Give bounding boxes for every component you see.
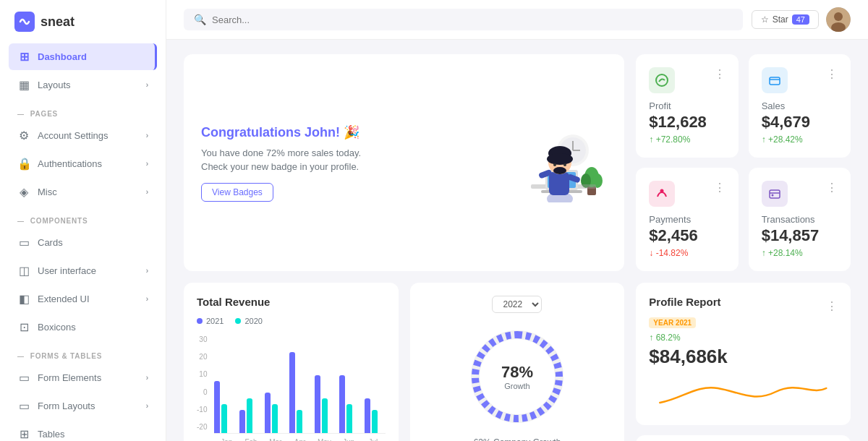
svg-point-21 — [553, 163, 556, 166]
user-avatar[interactable] — [826, 7, 851, 32]
transactions-more-icon[interactable]: ⋮ — [826, 181, 838, 194]
y-axis: 3020100-10-20 — [197, 333, 207, 434]
stat-card-payments: ⋮ Payments $2,456 ↓ -14.82% — [636, 168, 738, 271]
stat-card-transactions: ⋮ Transactions $14,857 ↑ +28.14% — [749, 168, 851, 271]
star-icon: ☆ — [761, 14, 769, 25]
header: 🔍 ☆ Star 47 — [166, 0, 868, 40]
search-icon: 🔍 — [194, 14, 206, 25]
svg-point-19 — [547, 153, 573, 165]
sparkline-svg — [649, 374, 838, 410]
sales-more-icon[interactable]: ⋮ — [826, 67, 838, 81]
payments-change: ↓ -14.82% — [649, 248, 725, 258]
transactions-label: Transactions — [762, 214, 838, 225]
star-button[interactable]: ☆ Star 47 — [752, 10, 819, 29]
sidebar-item-misc[interactable]: ◈ Misc › — [9, 179, 157, 205]
bar-group-jul — [365, 398, 386, 433]
bar-mar-2020 — [272, 404, 278, 433]
ui-icon: ◫ — [17, 264, 30, 278]
bar-group-mar — [265, 393, 286, 433]
svg-point-27 — [660, 189, 664, 193]
components-section-label: COMPONENTS — [9, 207, 157, 229]
sidebar-item-user-interface[interactable]: ◫ User interface › — [9, 257, 157, 284]
sidebar-item-cards[interactable]: ▭ Cards — [9, 229, 157, 256]
transactions-icon — [762, 181, 788, 207]
sidebar-item-layouts[interactable]: ▦ Layouts › — [9, 72, 157, 98]
sidebar-item-dashboard[interactable]: ⊞ Dashboard — [9, 43, 157, 70]
bar-apr-2021 — [289, 352, 295, 433]
congrats-title: Congratulations John! 🎉 — [201, 124, 389, 140]
chevron-right-icon: › — [146, 132, 148, 140]
stat-card-sales: ⋮ Sales $4,679 ↑ +28.42% — [749, 54, 851, 158]
bar-mar-2021 — [265, 393, 271, 433]
label-feb: Feb — [239, 438, 263, 441]
svg-point-30 — [771, 194, 773, 197]
dashboard-grid: Congratulations John! 🎉 You have done 72… — [166, 40, 868, 441]
svg-point-22 — [563, 163, 566, 166]
donut-percentage: 78% — [501, 363, 533, 382]
search-box[interactable]: 🔍 — [184, 9, 743, 30]
sidebar: sneat ⊞ Dashboard ▦ Layouts › PAGES ⚙ Ac… — [0, 0, 166, 441]
profile-more-icon[interactable]: ⋮ — [826, 299, 838, 313]
payments-icon — [649, 181, 675, 207]
bar-chart — [214, 333, 385, 434]
form-elements-icon: ▭ — [17, 371, 30, 385]
bar-jan-2021 — [214, 381, 220, 433]
sales-label: Sales — [762, 100, 838, 111]
sidebar-item-boxicons[interactable]: ⊡ Boxicons — [9, 314, 157, 341]
payments-label: Payments — [649, 214, 725, 225]
label-mar: Mar — [263, 438, 288, 441]
sidebar-item-extended-ui[interactable]: ◧ Extended UI › — [9, 286, 157, 312]
view-badges-button[interactable]: View Badges — [201, 183, 273, 202]
chevron-right-icon: › — [146, 267, 148, 275]
layouts-icon: ▦ — [17, 78, 30, 92]
extended-ui-icon: ◧ — [17, 292, 30, 306]
donut-label: 78% Growth — [501, 363, 533, 390]
lock-icon: 🔒 — [17, 157, 30, 171]
right-column: Profile Report ⋮ YEAR 2021 ↑ 68.2% $84,6… — [636, 283, 851, 441]
profit-value: $12,628 — [649, 113, 725, 132]
sales-icon — [762, 67, 788, 93]
sidebar-item-label: Boxicons — [38, 322, 76, 333]
sparkline — [649, 374, 838, 412]
revenue-title: Total Revenue — [197, 296, 386, 308]
misc-icon: ◈ — [17, 185, 30, 199]
star-count-badge: 47 — [792, 14, 809, 25]
chevron-right-icon: › — [146, 81, 148, 89]
sidebar-item-account-settings[interactable]: ⚙ Account Settings › — [9, 122, 157, 149]
label-jan: Jan — [214, 438, 239, 441]
bar-feb-2020 — [247, 398, 252, 433]
chevron-right-icon: › — [146, 295, 148, 303]
sidebar-item-tables[interactable]: ⊞ Tables — [9, 421, 157, 441]
bar-group-may — [315, 375, 336, 433]
sidebar-item-authentications[interactable]: 🔒 Authentications › — [9, 150, 157, 177]
account-settings-icon: ⚙ — [17, 129, 30, 142]
profit-icon — [649, 67, 675, 93]
chevron-right-icon: › — [146, 188, 148, 196]
profile-value: $84,686k — [649, 346, 838, 368]
sidebar-item-form-elements[interactable]: ▭ Form Elements › — [9, 364, 157, 391]
label-may: May — [312, 438, 336, 441]
year-select[interactable]: 202220212020 — [492, 296, 542, 313]
sidebar-item-label: Form Layouts — [38, 401, 95, 411]
sidebar-item-label: Dashboard — [38, 51, 87, 62]
search-input[interactable] — [212, 14, 733, 25]
sidebar-item-form-layouts[interactable]: ▭ Form Layouts › — [9, 393, 157, 419]
chevron-right-icon: › — [146, 402, 148, 410]
transactions-mini-card: Transactions ⋮ P Paypal Send money +82.6… — [636, 435, 851, 441]
payments-value: $2,456 — [649, 226, 725, 245]
transactions-value: $14,857 — [762, 226, 838, 245]
sidebar-item-label: Layouts — [38, 80, 71, 90]
bar-group-feb — [239, 398, 260, 433]
bar-feb-2021 — [239, 410, 245, 433]
sales-value: $4,679 — [762, 113, 838, 132]
bottom-stat-row: ⋮ Payments $2,456 ↓ -14.82% ⋮ Transactio… — [636, 168, 851, 271]
svg-point-20 — [553, 167, 566, 174]
svg-rect-28 — [770, 190, 780, 198]
profit-more-icon[interactable]: ⋮ — [714, 67, 726, 81]
congrats-illustration — [506, 123, 607, 202]
logo-area: sneat — [0, 0, 166, 43]
chart-x-labels: Jan Feb Mar Apr May Jun Jul — [214, 438, 385, 441]
payments-more-icon[interactable]: ⋮ — [714, 181, 726, 194]
sidebar-item-label: Form Elements — [38, 372, 101, 383]
chevron-right-icon: › — [146, 160, 148, 168]
